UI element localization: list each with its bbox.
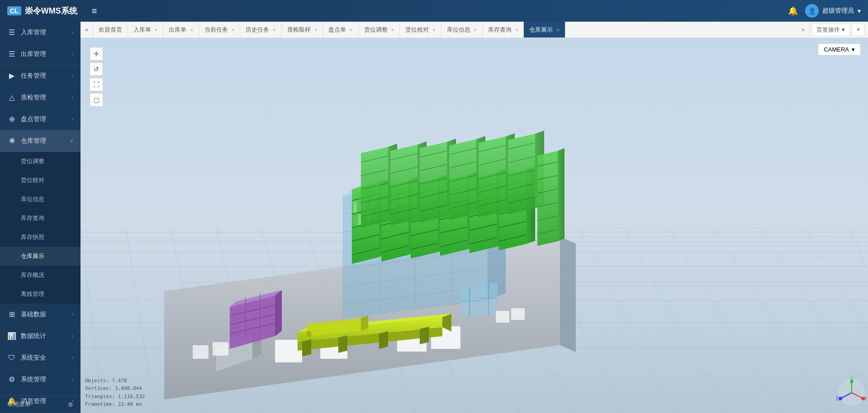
page-ops-arrow: ▾ bbox=[842, 26, 845, 33]
submenu-item-warehouse-display[interactable]: 仓库展示 bbox=[0, 247, 81, 266]
notification-bell-icon[interactable]: 🔔 bbox=[788, 6, 798, 16]
tab-close-icon[interactable]: × bbox=[314, 27, 317, 33]
outbound-icon: ☰ bbox=[7, 50, 16, 58]
tab-item-3[interactable]: 当前任务× bbox=[199, 22, 240, 38]
sidebar-item-inbound[interactable]: ☰ 入库管理 › bbox=[0, 22, 81, 43]
tab-item-10[interactable]: 库存查询× bbox=[483, 22, 524, 38]
sidebar-label-security: 系统安全 bbox=[21, 354, 67, 362]
tab-item-1[interactable]: 入库单× bbox=[128, 22, 163, 38]
camera-arrow-icon: ▾ bbox=[852, 46, 855, 53]
viewport-3d[interactable]: CAMERA ▾ ✛ ↺ ⛶ ▢ bbox=[81, 38, 868, 413]
tab-item-0[interactable]: 欢迎首页 bbox=[93, 22, 128, 38]
tab-label: 欢迎首页 bbox=[99, 26, 122, 34]
svg-rect-88 bbox=[358, 201, 361, 211]
common-menu-label: 常用菜单 bbox=[7, 400, 31, 408]
stat-frametime: Frametime: 22.40 ms bbox=[85, 400, 145, 408]
sidebar-bottom: 常用菜单 ⚙ bbox=[0, 395, 81, 413]
fullscreen-control-button[interactable]: ⛶ bbox=[90, 78, 103, 91]
tab-close-icon[interactable]: × bbox=[556, 27, 559, 33]
tab-label: 出库单 bbox=[169, 26, 186, 34]
security-icon: 🛡 bbox=[7, 354, 16, 362]
tab-item-8[interactable]: 货位校对× bbox=[400, 22, 441, 38]
sidebar-item-security[interactable]: 🛡 系统安全 › bbox=[0, 347, 81, 369]
sidebar-item-stocktake[interactable]: ⊕ 盘点管理 › bbox=[0, 108, 81, 130]
tab-bar: « 欢迎首页入库单×出库单×当前任务×历史任务×质检取样×盘点单×货位调整×货位… bbox=[81, 22, 868, 38]
warehouse-icon: ❋ bbox=[7, 136, 16, 145]
stats-arrow: › bbox=[72, 333, 73, 338]
sidebar-label-stocktake: 盘点管理 bbox=[21, 115, 67, 123]
tab-close-all-button[interactable]: ✕ bbox=[852, 23, 864, 36]
tab-item-9[interactable]: 库位信息× bbox=[441, 22, 483, 38]
page-ops-button[interactable]: 页签操作 ▾ bbox=[811, 23, 850, 36]
tabs-container: 欢迎首页入库单×出库单×当前任务×历史任务×质检取样×盘点单×货位调整×货位校对… bbox=[93, 22, 793, 38]
submenu-item-inventory-overview[interactable]: 库存概况 bbox=[0, 266, 81, 285]
user-info[interactable]: 👤 超级管理员 ▾ bbox=[805, 4, 861, 18]
stats-overlay: Objects: 7,478 Vertices: 3,848,844 Trian… bbox=[85, 377, 145, 408]
common-menu-settings-icon[interactable]: ⚙ bbox=[68, 401, 73, 408]
sidebar-label-outbound: 出库管理 bbox=[21, 50, 67, 58]
camera-label: CAMERA bbox=[824, 46, 849, 53]
svg-marker-61 bbox=[338, 335, 347, 353]
viewport-controls: ✛ ↺ ⛶ ▢ bbox=[90, 47, 103, 107]
quality-arrow: › bbox=[72, 95, 73, 100]
stats-icon: 📊 bbox=[7, 332, 16, 340]
warehouse-svg-scene: X Y Z bbox=[81, 38, 868, 413]
submenu-item-inventory-query[interactable]: 库存查询 bbox=[0, 209, 81, 228]
warehouse-arrow: ∨ bbox=[70, 138, 73, 143]
tab-label: 仓库展示 bbox=[529, 26, 553, 34]
sidebar-item-warehouse[interactable]: ❋ 仓库管理 ∨ bbox=[0, 130, 81, 152]
sidebar-item-sysadmin[interactable]: ⚙ 系统管理 › bbox=[0, 369, 81, 390]
svg-text:X: X bbox=[864, 396, 867, 401]
tab-close-icon[interactable]: × bbox=[273, 27, 275, 33]
svg-rect-92 bbox=[353, 216, 357, 226]
sidebar-label-basic: 基础数据 bbox=[21, 310, 67, 319]
tab-close-icon[interactable]: × bbox=[474, 27, 477, 33]
hamburger-button[interactable]: ≡ bbox=[92, 6, 97, 16]
tab-close-icon[interactable]: × bbox=[432, 27, 435, 33]
tab-label: 货位调整 bbox=[364, 26, 388, 34]
tab-item-2[interactable]: 出库单× bbox=[163, 22, 199, 38]
tab-label: 货位校对 bbox=[405, 26, 429, 34]
sidebar-item-task[interactable]: ▶ 任务管理 › bbox=[0, 65, 81, 87]
tab-item-7[interactable]: 货位调整× bbox=[359, 22, 400, 38]
submenu-item-location-info[interactable]: 库位信息 bbox=[0, 190, 81, 209]
stat-vertices: Vertices: 3,848,844 bbox=[85, 385, 145, 393]
sidebar-item-stats[interactable]: 📊 数据统计 › bbox=[0, 325, 81, 347]
svg-marker-50 bbox=[275, 290, 282, 336]
stocktake-arrow: › bbox=[72, 117, 73, 122]
task-icon: ▶ bbox=[7, 71, 16, 80]
svg-text:Z: Z bbox=[836, 396, 839, 401]
tab-close-icon[interactable]: × bbox=[190, 27, 193, 33]
rotate-control-button[interactable]: ↺ bbox=[90, 62, 103, 76]
sidebar-label-stats: 数据统计 bbox=[21, 332, 67, 340]
tab-item-6[interactable]: 盘点单× bbox=[323, 22, 358, 38]
username-label: 超级管理员 bbox=[822, 7, 854, 15]
select-control-button[interactable]: ▢ bbox=[90, 93, 103, 107]
tab-item-5[interactable]: 质检取样× bbox=[282, 22, 323, 38]
tab-close-icon[interactable]: × bbox=[391, 27, 394, 33]
svg-marker-41 bbox=[560, 237, 576, 352]
basic-icon: ⊞ bbox=[7, 310, 16, 319]
tab-item-4[interactable]: 历史任务× bbox=[240, 22, 281, 38]
svg-rect-196 bbox=[511, 308, 525, 320]
sidebar-item-quality[interactable]: △ 质检管理 › bbox=[0, 87, 81, 108]
tab-label: 当前任务 bbox=[204, 26, 228, 34]
sidebar-item-basic[interactable]: ⊞ 基础数据 › bbox=[0, 304, 81, 325]
tab-close-icon[interactable]: × bbox=[155, 27, 157, 33]
tab-close-icon[interactable]: × bbox=[232, 27, 234, 33]
stat-triangles: Triangles: 1,116,532 bbox=[85, 393, 145, 401]
tab-nav-left[interactable]: « bbox=[81, 22, 93, 38]
tab-item-11[interactable]: 仓库展示× bbox=[524, 22, 565, 38]
move-control-button[interactable]: ✛ bbox=[90, 47, 103, 61]
tab-close-icon[interactable]: × bbox=[515, 27, 518, 33]
submenu-item-inventory-snapshot[interactable]: 库存快照 bbox=[0, 228, 81, 247]
camera-button[interactable]: CAMERA ▾ bbox=[818, 43, 861, 56]
svg-marker-62 bbox=[379, 331, 388, 349]
tab-close-icon[interactable]: × bbox=[350, 27, 352, 33]
submenu-item-location-adjust[interactable]: 货位调整 bbox=[0, 152, 81, 171]
sidebar-label-sysadmin: 系统管理 bbox=[21, 375, 67, 384]
tab-nav-right[interactable]: » bbox=[797, 22, 810, 38]
submenu-item-offline-mgmt[interactable]: 离线管理 bbox=[0, 285, 81, 304]
sidebar-item-outbound[interactable]: ☰ 出库管理 › bbox=[0, 43, 81, 65]
submenu-item-location-verify[interactable]: 货位校对 bbox=[0, 171, 81, 190]
